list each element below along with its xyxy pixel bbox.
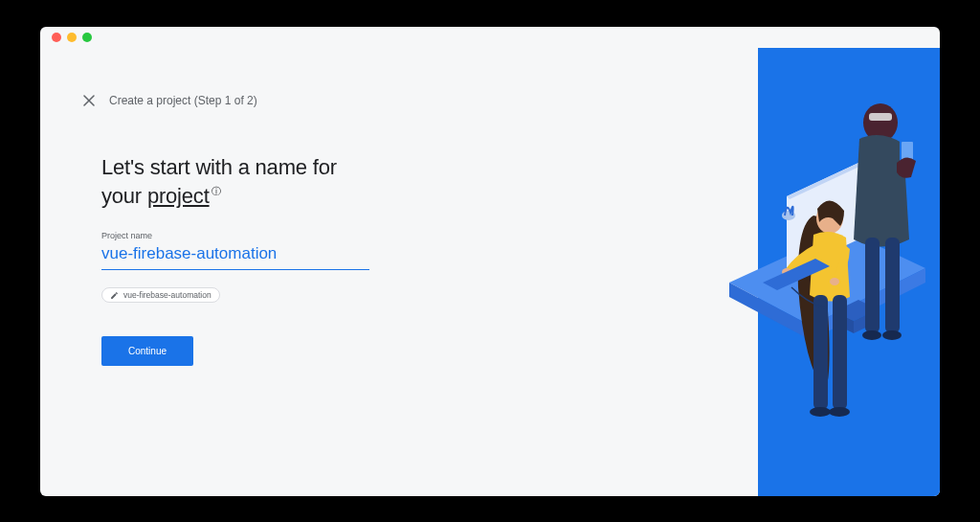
window-titlebar [40, 27, 940, 48]
project-name-input[interactable] [101, 240, 369, 270]
project-name-label: Project name [101, 231, 465, 240]
app-window: Create a project (Step 1 of 2) Let's sta… [40, 27, 940, 496]
page-heading: Let's start with a name for your project… [101, 153, 465, 210]
svg-point-24 [810, 407, 831, 417]
onboarding-illustration [691, 48, 940, 496]
wizard-step-title: Create a project (Step 1 of 2) [109, 94, 257, 107]
svg-point-16 [862, 330, 881, 340]
main-form: Let's start with a name for your project… [101, 153, 465, 366]
heading-line1: Let's start with a name for [101, 155, 337, 179]
info-superscript-icon[interactable]: ⓘ [212, 186, 221, 196]
svg-point-21 [830, 278, 839, 285]
svg-rect-15 [885, 238, 900, 333]
project-id-chip[interactable]: vue-firebase-automation [101, 287, 220, 303]
window-minimize-button[interactable] [67, 33, 77, 42]
svg-rect-22 [813, 295, 828, 410]
svg-rect-14 [865, 238, 880, 333]
continue-button[interactable]: Continue [101, 336, 193, 366]
heading-line2-prefix: your [101, 184, 147, 208]
close-icon[interactable] [82, 94, 96, 107]
content-area: Create a project (Step 1 of 2) Let's sta… [40, 48, 940, 496]
svg-point-17 [882, 330, 902, 340]
window-maximize-button[interactable] [82, 33, 92, 42]
pencil-icon [110, 291, 119, 300]
wizard-header: Create a project (Step 1 of 2) [82, 94, 257, 107]
heading-project-word: project [147, 184, 210, 208]
svg-rect-23 [833, 295, 847, 410]
svg-rect-11 [869, 113, 892, 121]
project-id-text: vue-firebase-automation [123, 290, 212, 300]
window-close-button[interactable] [52, 33, 61, 42]
svg-point-25 [829, 407, 850, 417]
